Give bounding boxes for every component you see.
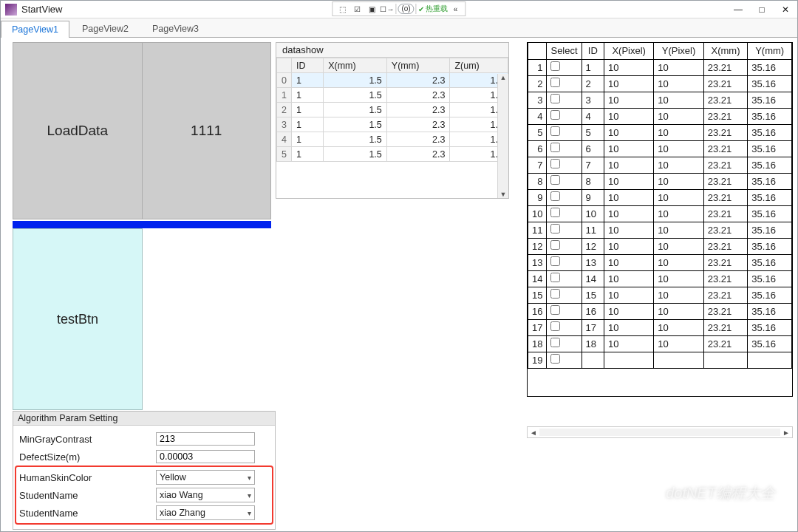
rgrid-ymm[interactable]: 35.16 [748, 270, 792, 287]
rgrid-ymm[interactable]: 35.16 [748, 108, 792, 124]
rgrid-ypixel[interactable]: 10 [654, 205, 703, 222]
datashow-row[interactable]: 111.52.31.9 [277, 88, 508, 103]
rgrid-xpixel[interactable]: 10 [604, 222, 653, 238]
rgrid-select-cell[interactable] [547, 92, 582, 108]
rgrid-ymm[interactable]: 35.16 [748, 319, 792, 335]
cell-x[interactable]: 1.5 [324, 103, 387, 117]
rgrid-ymm[interactable]: 35.16 [748, 124, 792, 140]
rgrid-id[interactable] [582, 352, 604, 368]
cell-x[interactable]: 1.5 [324, 147, 387, 162]
cell-x[interactable]: 1.5 [324, 117, 387, 132]
scroll-track[interactable] [539, 429, 780, 436]
rgrid-checkbox[interactable] [550, 240, 560, 250]
rgrid-checkbox[interactable] [550, 208, 560, 217]
b1111-button[interactable]: 1111 [143, 42, 272, 219]
hot-reload-button[interactable]: 热重载 [418, 3, 448, 15]
rgrid-ypixel[interactable]: 10 [654, 92, 703, 108]
rgrid-select-cell[interactable] [547, 189, 582, 205]
loaddata-button[interactable]: LoadData [13, 42, 143, 219]
rgrid-ypixel[interactable]: 10 [654, 140, 703, 157]
datashow-row[interactable]: 411.52.31.9 [277, 132, 508, 147]
defect-input[interactable] [156, 450, 255, 463]
datashow-grid[interactable]: ID X(mm) Y(mm) Z(um) 011.52.31.9111.52.3… [276, 58, 508, 198]
rgrid-id[interactable]: 7 [582, 157, 604, 173]
rgrid-col-xpixel[interactable]: X(Pixel) [604, 43, 653, 59]
right-grid[interactable]: Select ID X(Pixel) Y(Pixel) X(mm) Y(mm) … [527, 42, 793, 397]
maximize-button[interactable]: □ [750, 1, 774, 18]
rgrid-xmm[interactable]: 23.21 [703, 222, 748, 238]
rgrid-xmm[interactable]: 23.21 [703, 238, 748, 254]
rgrid-xpixel[interactable]: 10 [604, 287, 653, 303]
datashow-vscrollbar[interactable]: ▲▼ [497, 74, 508, 198]
close-button[interactable]: ✕ [774, 1, 797, 18]
rgrid-ypixel[interactable]: 10 [654, 222, 703, 238]
rgrid-xmm[interactable]: 23.21 [703, 254, 748, 270]
rgrid-select-cell[interactable] [547, 124, 582, 140]
rgrid-select-cell[interactable] [547, 287, 582, 303]
rgrid-xpixel[interactable]: 10 [604, 319, 653, 335]
rgrid-select-cell[interactable] [547, 352, 582, 368]
datashow-row[interactable]: 011.52.31.9 [277, 73, 508, 88]
cell-id[interactable]: 1 [291, 88, 323, 103]
rgrid-id[interactable]: 14 [582, 270, 604, 287]
rgrid-ypixel[interactable]: 10 [654, 189, 703, 205]
rgrid-id[interactable]: 5 [582, 124, 604, 140]
rgrid-ymm[interactable] [748, 352, 792, 368]
scroll-left-icon[interactable]: ◄ [528, 429, 539, 437]
cell-x[interactable]: 1.5 [324, 88, 387, 103]
rgrid-xmm[interactable]: 23.21 [703, 335, 748, 352]
rgrid-ypixel[interactable]: 10 [654, 303, 703, 319]
rgrid-ymm[interactable]: 35.16 [748, 92, 792, 108]
rgrid-col-ymm[interactable]: Y(mm) [748, 43, 792, 59]
datashow-row[interactable]: 211.52.31.9 [277, 103, 508, 117]
rgrid-xpixel[interactable]: 10 [604, 140, 653, 157]
cell-y[interactable]: 2.3 [386, 117, 450, 132]
rgrid-xmm[interactable] [703, 352, 748, 368]
rgrid-ymm[interactable]: 35.16 [748, 205, 792, 222]
rgrid-ymm[interactable]: 35.16 [748, 222, 792, 238]
cell-y[interactable]: 2.3 [386, 103, 450, 117]
rgrid-select-cell[interactable] [547, 222, 582, 238]
scroll-down-icon[interactable]: ▼ [500, 191, 507, 198]
rgrid-id[interactable]: 10 [582, 205, 604, 222]
rgrid-checkbox[interactable] [550, 61, 560, 71]
cell-y[interactable]: 2.3 [386, 88, 450, 103]
tab-pageview1[interactable]: PageView1 [1, 21, 69, 38]
cell-y[interactable]: 2.3 [386, 147, 450, 162]
testbtn-button[interactable]: testBtn [13, 228, 143, 410]
rgrid-checkbox[interactable] [550, 354, 560, 364]
rgrid-checkbox[interactable] [550, 305, 560, 315]
rgrid-select-cell[interactable] [547, 319, 582, 335]
rgrid-checkbox[interactable] [550, 256, 560, 266]
rgrid-xpixel[interactable]: 10 [604, 157, 653, 173]
rgrid-xpixel[interactable]: 10 [604, 335, 653, 352]
rgrid-ypixel[interactable]: 10 [654, 124, 703, 140]
rgrid-select-cell[interactable] [547, 335, 582, 352]
rgrid-xpixel[interactable]: 10 [604, 205, 653, 222]
rgrid-row[interactable]: 1717101023.2135.16 [528, 319, 792, 335]
rgrid-row[interactable]: 77101023.2135.16 [528, 157, 792, 173]
datashow-row[interactable]: 311.52.31.9 [277, 117, 508, 132]
rgrid-select-cell[interactable] [547, 270, 582, 287]
rgrid-row[interactable]: 1313101023.2135.16 [528, 254, 792, 270]
rgrid-id[interactable]: 12 [582, 238, 604, 254]
rgrid-ymm[interactable]: 35.16 [748, 287, 792, 303]
rgrid-select-cell[interactable] [547, 75, 582, 92]
rgrid-row[interactable]: 1616101023.2135.16 [528, 303, 792, 319]
rgrid-ymm[interactable]: 35.16 [748, 254, 792, 270]
rgrid-ymm[interactable]: 35.16 [748, 335, 792, 352]
cell-id[interactable]: 1 [291, 103, 323, 117]
rgrid-checkbox[interactable] [550, 159, 560, 168]
rgrid-row[interactable]: 1010101023.2135.16 [528, 205, 792, 222]
rgrid-select-cell[interactable] [547, 140, 582, 157]
rgrid-xpixel[interactable]: 10 [604, 254, 653, 270]
rgrid-ymm[interactable]: 35.16 [748, 75, 792, 92]
rgrid-col-ypixel[interactable]: Y(Pixel) [654, 43, 703, 59]
rgrid-ypixel[interactable]: 10 [654, 173, 703, 189]
rgrid-xpixel[interactable]: 10 [604, 124, 653, 140]
rgrid-ypixel[interactable]: 10 [654, 270, 703, 287]
cell-id[interactable]: 1 [291, 73, 323, 88]
toolbar-collapse-icon[interactable]: « [449, 3, 463, 15]
rgrid-row[interactable]: 1515101023.2135.16 [528, 287, 792, 303]
cell-id[interactable]: 1 [291, 147, 323, 162]
